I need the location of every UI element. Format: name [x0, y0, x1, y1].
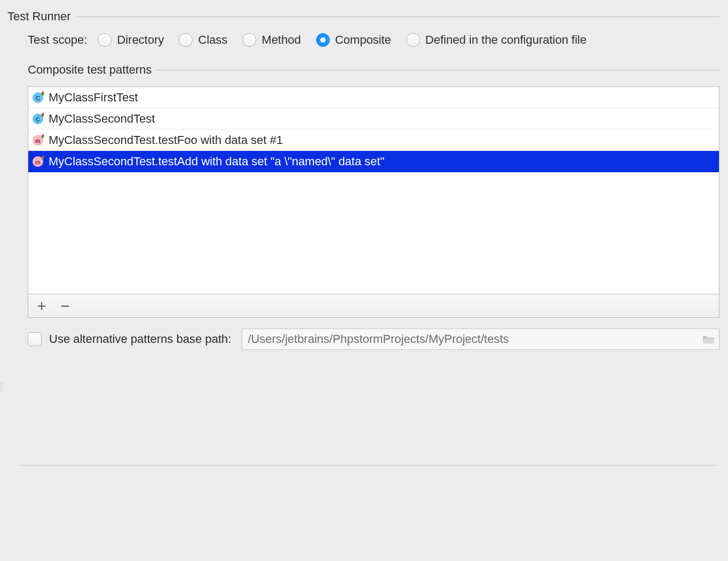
composite-patterns-header: Composite test patterns: [28, 63, 719, 77]
alt-base-path-value: /Users/jetbrains/PhpstormProjects/MyProj…: [248, 332, 509, 346]
method-test-icon: m: [31, 155, 44, 168]
list-item[interactable]: m MyClassSecondTest.testFoo with data se…: [28, 130, 719, 151]
list-item-label: MyClassSecondTest.testFoo with data set …: [49, 133, 283, 147]
alt-base-path-checkbox[interactable]: [28, 332, 42, 346]
radio-label: Directory: [117, 33, 164, 47]
section-rule: [76, 17, 719, 17]
add-button[interactable]: +: [33, 297, 51, 315]
svg-text:C: C: [36, 95, 40, 101]
radio-icon: [98, 33, 112, 47]
svg-text:m: m: [35, 159, 41, 165]
list-item-label: MyClassSecondTest: [49, 112, 155, 126]
class-test-icon: C: [31, 91, 44, 104]
composite-patterns-list[interactable]: C MyClassFirstTest C MyClassSecondTest m: [28, 86, 719, 294]
test-scope-group: Test scope: Directory Class Method Compo…: [28, 33, 719, 47]
alt-base-path-row: Use alternative patterns base path: /Use…: [28, 328, 719, 350]
patterns-toolbar: + −: [28, 294, 719, 318]
radio-icon: [242, 33, 256, 47]
folder-open-icon: [702, 334, 715, 344]
list-item[interactable]: C MyClassFirstTest: [28, 87, 719, 108]
radio-label: Defined in the configuration file: [425, 33, 587, 47]
footer-separator: [19, 465, 717, 466]
list-item[interactable]: C MyClassSecondTest: [28, 108, 719, 130]
scope-radio-class[interactable]: Class: [179, 33, 227, 47]
test-scope-label: Test scope:: [28, 33, 87, 47]
radio-icon: [406, 33, 420, 47]
radio-icon: [179, 33, 193, 47]
section-rule: [157, 70, 719, 70]
method-test-icon: m: [31, 134, 44, 147]
class-test-icon: C: [31, 113, 44, 125]
alt-base-path-label: Use alternative patterns base path:: [49, 332, 231, 346]
radio-label: Class: [198, 33, 227, 47]
section-title: Test Runner: [7, 10, 76, 23]
list-item-label: MyClassFirstTest: [49, 91, 138, 105]
alt-base-path-field[interactable]: /Users/jetbrains/PhpstormProjects/MyProj…: [242, 328, 719, 350]
drag-handle-icon: [0, 383, 3, 392]
scope-radio-directory[interactable]: Directory: [98, 33, 164, 47]
radio-label: Composite: [335, 33, 391, 47]
scope-radio-composite[interactable]: Composite: [316, 33, 391, 47]
remove-button[interactable]: −: [56, 297, 74, 315]
svg-text:C: C: [36, 116, 40, 123]
radio-icon: [316, 33, 330, 47]
composite-patterns-label: Composite test patterns: [28, 63, 157, 77]
scope-radio-config-file[interactable]: Defined in the configuration file: [406, 33, 587, 47]
test-runner-section-header: Test Runner: [7, 10, 719, 23]
svg-text:m: m: [35, 138, 41, 144]
radio-label: Method: [262, 33, 300, 47]
scope-radio-method[interactable]: Method: [242, 33, 300, 47]
list-item-label: MyClassSecondTest.testAdd with data set …: [49, 155, 384, 169]
list-item[interactable]: m MyClassSecondTest.testAdd with data se…: [28, 151, 719, 172]
